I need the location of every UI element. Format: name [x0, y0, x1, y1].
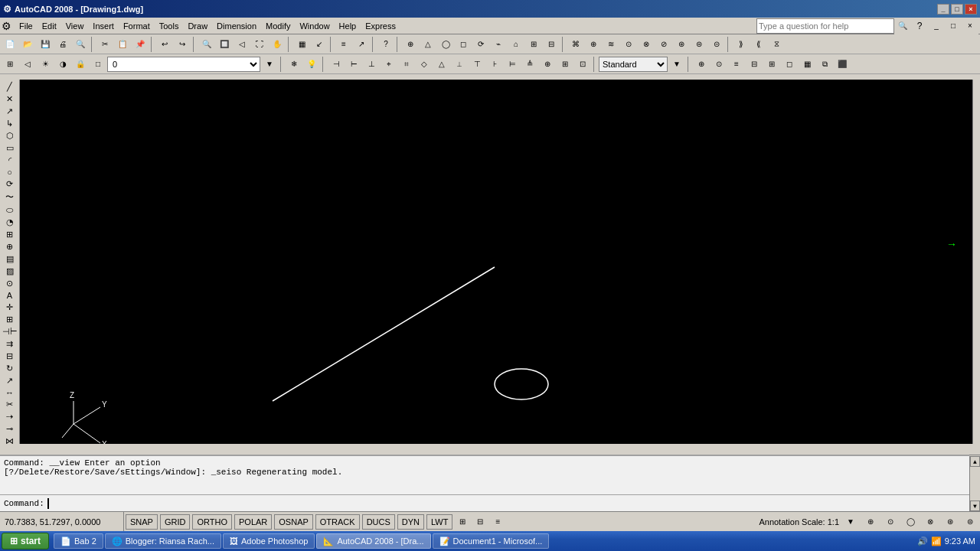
minimize-button[interactable]: _ [937, 4, 949, 15]
draw-copy-button[interactable]: ⊞ [2, 314, 18, 325]
snap-icon-i[interactable]: ⊤ [469, 56, 485, 73]
draw-extend-button[interactable]: ⇢ [2, 411, 18, 422]
draw-circle-button[interactable]: ○ [2, 167, 18, 178]
snap-button[interactable]: SNAP [126, 514, 158, 530]
taskbar-item-bab2[interactable]: 📄 Bab 2 [54, 533, 103, 549]
help-search-input[interactable] [756, 18, 894, 34]
tb2-icon-g[interactable]: ▦ [799, 56, 815, 73]
draw-xline-button[interactable]: ✕ [2, 93, 18, 105]
draw-break-button[interactable]: ⊸ [2, 423, 18, 435]
otrack-button[interactable]: OTRACK [315, 514, 360, 530]
status-icon-a[interactable]: ⊕ [862, 514, 879, 530]
tb-icon-j[interactable]: ⌘ [567, 36, 584, 53]
tb-icon-c[interactable]: ◯ [437, 36, 454, 53]
save-button[interactable]: 💾 [37, 36, 54, 53]
snap-icon-h[interactable]: ⟂ [451, 56, 468, 73]
menu-file[interactable]: File [15, 20, 38, 32]
tb2-icon-c[interactable]: ≡ [728, 56, 745, 73]
annotation-scale-dropdown[interactable]: ▼ [842, 514, 859, 530]
start-button[interactable]: ⊞ start [2, 533, 49, 549]
tb2-icon-b[interactable]: ⊙ [710, 56, 727, 73]
tray-icon-a[interactable]: 🔊 [917, 536, 928, 546]
tb-icon-u[interactable]: ⧖ [768, 36, 785, 53]
lwt-button[interactable]: LWT [426, 514, 452, 530]
tb-icon-l[interactable]: ≋ [603, 36, 619, 53]
layer-freeze-button[interactable]: ❄ [286, 56, 302, 73]
snap-icon-k[interactable]: ⊨ [504, 56, 521, 73]
snap-icon-b[interactable]: ⊢ [345, 56, 362, 73]
layer-dropdown-arrow[interactable]: ▼ [261, 56, 278, 73]
open-button[interactable]: 📂 [19, 36, 36, 53]
menu-help[interactable]: Help [335, 20, 361, 32]
menu-express[interactable]: Express [361, 20, 400, 32]
help-search-button[interactable]: 🔍 [894, 18, 911, 34]
taskbar-item-photoshop[interactable]: 🖼 Adobe Photoshop [223, 533, 315, 549]
tb2-icon-i[interactable]: ⬛ [834, 56, 851, 73]
help2-button[interactable]: ? [377, 36, 394, 53]
status-icon-f[interactable]: ⊜ [962, 514, 978, 530]
command-scrollbar[interactable]: ▲ ▼ [969, 456, 980, 511]
matchprop-button[interactable]: ↗ [353, 36, 370, 53]
menu-modify[interactable]: Modify [261, 20, 295, 32]
plotpreview-button[interactable]: 🔍 [72, 36, 89, 53]
tb2-icon-f[interactable]: ◻ [781, 56, 798, 73]
mdi-restore-button[interactable]: □ [945, 18, 962, 34]
menu-tools[interactable]: Tools [155, 20, 184, 32]
layer-manager-button[interactable]: ⊞ [2, 56, 18, 73]
right-scrollbar[interactable] [972, 80, 980, 444]
menu-format[interactable]: Format [119, 20, 155, 32]
plot-button[interactable]: 🖨 [54, 36, 71, 53]
draw-arc-button[interactable]: ◜ [2, 155, 18, 166]
tb-icon-n[interactable]: ⊗ [638, 36, 655, 53]
properties-button[interactable]: ≡ [335, 36, 352, 53]
snap-icon-e[interactable]: ⌗ [398, 56, 415, 73]
tb2-icon-e[interactable]: ⊞ [763, 56, 780, 73]
draw-revision-button[interactable]: ⟳ [2, 178, 18, 190]
close-button[interactable]: × [965, 4, 977, 15]
tb-icon-q[interactable]: ⊜ [691, 36, 707, 53]
draw-scale-button[interactable]: ↗ [2, 375, 18, 386]
mdi-minimize-button[interactable]: _ [928, 18, 945, 34]
zoom-previous[interactable]: ◁ [234, 36, 250, 53]
tb-icon-t[interactable]: ⟪ [750, 36, 767, 53]
draw-trim-button[interactable]: ✂ [2, 399, 18, 410]
draw-spline-button[interactable]: 〜 [2, 191, 18, 204]
paper-icon[interactable]: ⊟ [472, 514, 488, 530]
tb-icon-p[interactable]: ⊛ [673, 36, 690, 53]
tb-icon-o[interactable]: ⊘ [655, 36, 672, 53]
new-button[interactable]: 📄 [2, 36, 18, 53]
snap-icon-c[interactable]: ⊥ [363, 56, 380, 73]
snap-icon-m[interactable]: ⊕ [539, 56, 556, 73]
layer-on-button[interactable]: 💡 [303, 56, 320, 73]
draw-polyline-button[interactable]: ↳ [2, 118, 18, 129]
snap-icon-j[interactable]: ⊦ [486, 56, 503, 73]
ortho-button[interactable]: ORTHO [192, 514, 232, 530]
zoom-extents[interactable]: ⛶ [251, 36, 268, 53]
osnap-button[interactable]: OSNAP [274, 514, 313, 530]
menu-draw[interactable]: Draw [183, 20, 212, 32]
draw-stretch-button[interactable]: ↔ [2, 387, 18, 398]
zoom-realtime[interactable]: 🔍 [198, 36, 215, 53]
draw-multipoint-button[interactable]: ⊕ [2, 241, 18, 253]
snap-icon-d[interactable]: ⌖ [381, 56, 397, 73]
layer-icon-d[interactable]: □ [90, 56, 106, 73]
tb-icon-d[interactable]: ◻ [455, 36, 472, 53]
draw-ellipsearc-button[interactable]: ◔ [2, 217, 18, 228]
cmd-scroll-down[interactable]: ▼ [970, 500, 980, 511]
draw-polygon-button[interactable]: ⬡ [2, 130, 18, 142]
pan-button[interactable]: ✋ [269, 36, 286, 53]
draw-array-button[interactable]: ⊟ [2, 350, 18, 362]
snap-icon-a[interactable]: ⊣ [328, 56, 345, 73]
draw-text-button[interactable]: A [2, 290, 18, 301]
layer-icon-a[interactable]: ☀ [37, 56, 54, 73]
draw-rotate-button[interactable]: ↻ [2, 363, 18, 374]
snap-icon-n[interactable]: ⊞ [557, 56, 573, 73]
draw-join-button[interactable]: ⋈ [2, 435, 18, 444]
cmd-scroll-up[interactable]: ▲ [970, 456, 980, 467]
draw-gradient-button[interactable]: ▨ [2, 266, 18, 277]
draw-offset-button[interactable]: ⇉ [2, 338, 18, 350]
taskbar-item-blogger[interactable]: 🌐 Blogger: Riansa Rach... [105, 533, 221, 549]
tb-icon-i[interactable]: ⊟ [543, 36, 560, 53]
draw-hatch-button[interactable]: ▤ [2, 253, 18, 265]
dyn-button[interactable]: DYN [397, 514, 424, 530]
